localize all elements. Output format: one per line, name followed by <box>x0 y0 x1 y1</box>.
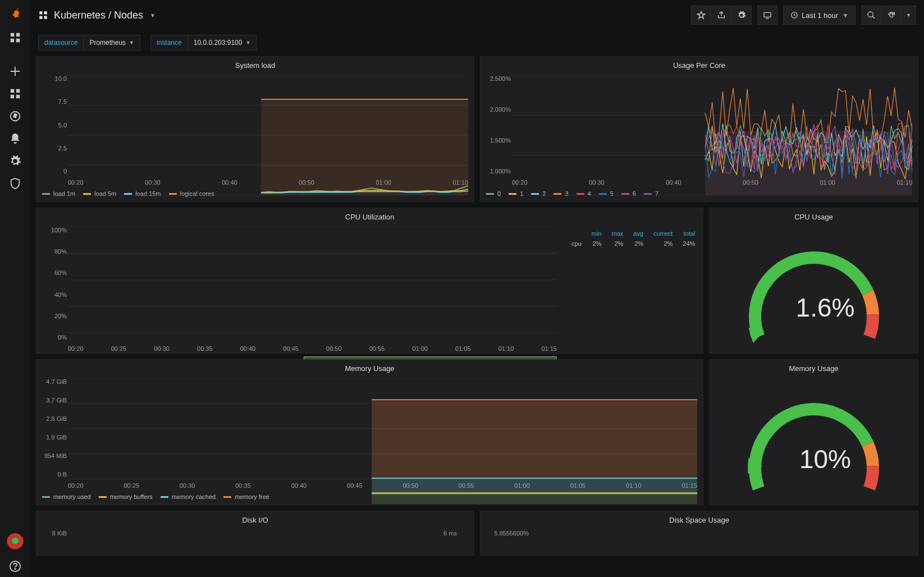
panel-disk-io[interactable]: Disk I/O 8 KiB 6 ms <box>36 511 474 556</box>
toolbar-group-2 <box>757 6 777 25</box>
legend-table-wrap: minmaxavgcurrenttotalcpu2%2%2%2%24% <box>562 223 703 353</box>
shield-icon[interactable] <box>4 173 26 194</box>
svg-rect-2 <box>11 39 14 42</box>
panel-cpu-gauge[interactable]: CPU Usage 1.6% <box>709 208 918 354</box>
apps-icon <box>38 10 48 20</box>
grafana-logo-icon[interactable] <box>4 4 26 26</box>
svg-text:10%: 10% <box>799 445 850 474</box>
svg-rect-23 <box>261 99 468 195</box>
legend-item[interactable]: 0 <box>486 190 501 197</box>
refresh-interval-button[interactable]: ▼ <box>902 6 916 25</box>
chart-plot <box>68 378 697 504</box>
gauge: 1.6% <box>735 232 893 345</box>
panel-title: CPU Utilization <box>36 208 703 223</box>
panel-title: CPU Usage <box>710 208 918 223</box>
chevron-down-icon: ▼ <box>245 40 250 45</box>
svg-rect-5 <box>16 89 20 93</box>
svg-text:1.6%: 1.6% <box>795 293 854 322</box>
svg-point-10 <box>15 569 15 569</box>
clock-icon <box>790 11 798 19</box>
svg-rect-48 <box>372 400 697 478</box>
panel-title: Disk Space Usage <box>481 511 918 526</box>
svg-point-17 <box>868 12 873 17</box>
panel-disk-space[interactable]: Disk Space Usage 5.8555600% <box>480 511 918 556</box>
topbar: Kubernetes / Nodes ▼ Last 1 hour ▼ ▼ <box>30 0 924 30</box>
svg-rect-14 <box>44 16 47 19</box>
var-label: instance <box>150 35 187 51</box>
side-nav <box>0 0 30 577</box>
toolbar-group-1 <box>691 6 752 25</box>
toolbar-group-3: ▼ <box>861 6 916 25</box>
refresh-button[interactable] <box>881 6 902 25</box>
svg-rect-0 <box>11 33 14 36</box>
main: Kubernetes / Nodes ▼ Last 1 hour ▼ ▼ dat… <box>30 0 924 577</box>
legend-table: minmaxavgcurrenttotalcpu2%2%2%2%24% <box>562 228 701 249</box>
var-instance: instance 10.0.0.203:9100▼ <box>150 35 257 51</box>
help-icon[interactable] <box>4 556 26 577</box>
panel-title: System load <box>36 57 474 72</box>
dashboards-icon[interactable] <box>4 83 26 104</box>
panel-title: Disk I/O <box>36 511 474 526</box>
svg-rect-46 <box>372 478 697 493</box>
panel-memory-gauge[interactable]: Memory Usage 10% <box>709 359 918 505</box>
chevron-down-icon: ▼ <box>150 12 155 19</box>
svg-rect-1 <box>16 33 20 36</box>
settings-gear-icon[interactable] <box>4 150 26 172</box>
dashboard-title-wrap[interactable]: Kubernetes / Nodes ▼ <box>38 10 155 21</box>
svg-rect-3 <box>16 39 20 42</box>
y-axis: 4.7 GiB3.7 GiB2.8 GiB1.9 GiB954 MiB0 B <box>40 378 67 478</box>
svg-rect-13 <box>39 16 42 19</box>
panel-memory-usage[interactable]: Memory Usage 4.7 GiB3.7 GiB2.8 GiB1.9 Gi… <box>36 359 703 505</box>
svg-rect-42 <box>372 494 697 505</box>
y-axis-left: 5.8555600% <box>484 530 529 543</box>
share-button[interactable] <box>711 6 731 25</box>
star-button[interactable] <box>691 6 711 25</box>
apps-icon[interactable] <box>4 27 26 48</box>
alert-bell-icon[interactable] <box>4 128 26 149</box>
var-datasource: datasource Prometheus▼ <box>38 35 140 51</box>
panel-system-load[interactable]: System load 10.07.55.02.50 00:2000:3000:… <box>36 56 474 202</box>
y-axis-right: 6 ms <box>443 530 470 543</box>
variable-bar: datasource Prometheus▼ instance 10.0.0.2… <box>30 30 924 53</box>
panel-title: Memory Usage <box>710 360 918 375</box>
chevron-down-icon: ▼ <box>843 12 848 19</box>
y-axis: 2.500%2.000%1.500%1.000% <box>484 75 511 175</box>
svg-rect-7 <box>16 95 20 98</box>
panel-cpu-utilization[interactable]: CPU Utilization 100%80%60%40%20%0% 00:20… <box>36 208 703 354</box>
chart-plot <box>68 75 468 195</box>
svg-rect-11 <box>39 11 42 14</box>
chevron-down-icon: ▼ <box>129 40 134 45</box>
dashboard-grid: System load 10.07.55.02.50 00:2000:3000:… <box>30 53 924 577</box>
var-value-dropdown[interactable]: Prometheus▼ <box>83 35 140 51</box>
y-axis-left: 8 KiB <box>40 530 67 543</box>
panel-title: Memory Usage <box>36 360 703 375</box>
explore-icon[interactable] <box>4 106 26 127</box>
chart-plot <box>68 227 557 359</box>
var-label: datasource <box>38 35 83 51</box>
svg-rect-12 <box>44 11 47 14</box>
gauge: 10% <box>735 384 893 496</box>
panel-title: Usage Per Core <box>481 57 918 72</box>
zoom-out-button[interactable] <box>861 6 881 25</box>
dashboard-title: Kubernetes / Nodes <box>54 10 143 21</box>
plus-icon[interactable] <box>4 61 26 82</box>
user-avatar[interactable] <box>7 533 24 550</box>
y-axis: 10.07.55.02.50 <box>40 75 67 175</box>
time-range-button[interactable]: Last 1 hour ▼ <box>783 6 856 25</box>
svg-rect-4 <box>11 89 14 93</box>
time-range-label: Last 1 hour <box>802 11 838 20</box>
panel-usage-per-core[interactable]: Usage Per Core 2.500%2.000%1.500%1.000% … <box>480 56 918 202</box>
tv-mode-button[interactable] <box>757 6 777 25</box>
var-value-dropdown[interactable]: 10.0.0.203:9100▼ <box>187 35 257 51</box>
chart-plot <box>512 75 912 195</box>
settings-button[interactable] <box>731 6 752 25</box>
svg-rect-6 <box>11 95 14 98</box>
y-axis: 100%80%60%40%20%0% <box>40 227 67 341</box>
svg-rect-15 <box>764 12 771 17</box>
